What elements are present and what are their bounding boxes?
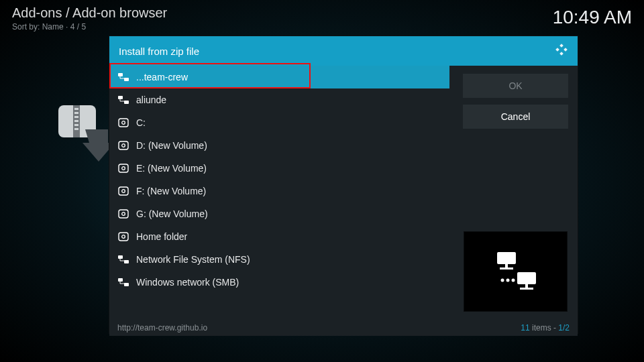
svg-rect-36	[525, 284, 528, 288]
disk-icon	[117, 118, 129, 127]
svg-rect-13	[124, 78, 129, 81]
svg-point-40	[511, 279, 515, 282]
svg-point-39	[506, 279, 509, 282]
list-item-label: Windows network (SMB)	[136, 277, 239, 288]
svg-rect-26	[119, 233, 128, 241]
svg-rect-29	[124, 260, 129, 263]
sort-label: Sort by: Name	[12, 22, 64, 32]
list-item[interactable]: F: (New Volume)	[109, 180, 449, 202]
list-item[interactable]: Home folder	[109, 225, 449, 248]
list-item[interactable]: aliunde	[109, 88, 449, 111]
disk-icon	[117, 232, 129, 241]
svg-rect-10	[564, 48, 568, 52]
list-item[interactable]: C:	[109, 111, 449, 134]
clock: 10:49 AM	[553, 7, 632, 28]
source-list[interactable]: ...team-crewaliundeC:D: (New Volume)E: (…	[109, 66, 453, 320]
svg-point-38	[500, 279, 504, 282]
disk-icon	[117, 186, 129, 196]
svg-point-21	[122, 167, 125, 170]
svg-point-17	[122, 121, 125, 125]
svg-rect-18	[119, 141, 128, 149]
svg-rect-4	[74, 116, 78, 118]
svg-rect-9	[555, 48, 559, 52]
svg-rect-20	[119, 164, 128, 172]
svg-rect-22	[119, 187, 128, 195]
svg-rect-32	[497, 252, 516, 264]
svg-rect-8	[559, 44, 564, 48]
ok-button[interactable]: OK	[463, 74, 568, 98]
svg-rect-11	[559, 52, 564, 56]
network-location-icon	[117, 278, 129, 287]
dialog-side: OK Cancel	[453, 66, 578, 320]
list-item-label: ...team-crew	[136, 72, 188, 82]
svg-rect-5	[74, 120, 78, 122]
list-item-label: Home folder	[136, 231, 187, 242]
list-item-label: E: (New Volume)	[136, 163, 207, 174]
current-path: http://team-crew.github.io	[117, 323, 207, 333]
list-item[interactable]: ...team-crew	[109, 66, 449, 88]
svg-rect-14	[118, 96, 123, 99]
list-item[interactable]: G: (New Volume)	[109, 202, 449, 225]
list-item[interactable]: D: (New Volume)	[109, 134, 449, 157]
svg-rect-6	[74, 124, 78, 126]
list-item[interactable]: Network File System (NFS)	[109, 248, 449, 271]
svg-point-23	[122, 190, 125, 193]
dialog-header: Install from zip file	[109, 36, 578, 66]
sort-position: 4 / 5	[70, 22, 86, 32]
svg-rect-2	[74, 108, 78, 110]
network-location-icon	[117, 255, 129, 264]
list-item-label: G: (New Volume)	[136, 208, 208, 219]
list-item-label: D: (New Volume)	[136, 140, 207, 151]
breadcrumb: Add-ons / Add-on browser	[12, 5, 167, 21]
svg-rect-37	[520, 288, 533, 290]
disk-icon	[117, 164, 129, 173]
svg-rect-30	[118, 278, 123, 282]
svg-point-27	[122, 235, 125, 239]
list-item[interactable]: Windows network (SMB)	[109, 271, 449, 294]
network-share-icon	[489, 248, 543, 295]
preview-box	[464, 231, 568, 312]
dialog-footer: http://team-crew.github.io 11 items - 1/…	[109, 320, 578, 336]
svg-point-25	[122, 213, 125, 216]
svg-rect-24	[119, 210, 128, 218]
network-location-icon	[117, 95, 129, 105]
svg-rect-16	[119, 119, 128, 127]
svg-rect-35	[517, 272, 536, 284]
svg-rect-3	[74, 112, 78, 114]
svg-rect-34	[500, 267, 513, 269]
disk-icon	[117, 209, 129, 219]
cancel-button[interactable]: Cancel	[463, 105, 568, 129]
kodi-logo-icon	[555, 43, 568, 59]
list-item-label: C:	[136, 117, 146, 128]
list-item-label: F: (New Volume)	[136, 186, 206, 196]
network-location-icon	[117, 72, 129, 82]
items-count: 11 items - 1/2	[521, 323, 570, 333]
svg-rect-33	[505, 264, 508, 267]
list-item[interactable]: E: (New Volume)	[109, 157, 449, 180]
svg-rect-28	[118, 255, 123, 259]
disk-icon	[117, 141, 129, 150]
list-item-label: aliunde	[136, 95, 166, 105]
svg-rect-7	[74, 128, 78, 130]
svg-point-19	[122, 144, 125, 147]
svg-rect-15	[124, 101, 129, 104]
svg-rect-31	[124, 283, 129, 286]
list-item-label: Network File System (NFS)	[136, 254, 250, 265]
install-zip-dialog[interactable]: Install from zip file ...team-crewaliund…	[109, 36, 578, 334]
sort-line: Sort by: Name · 4 / 5	[12, 22, 167, 32]
dialog-title: Install from zip file	[119, 46, 199, 57]
svg-rect-12	[118, 73, 123, 76]
top-bar: Add-ons / Add-on browser Sort by: Name ·…	[0, 0, 644, 37]
